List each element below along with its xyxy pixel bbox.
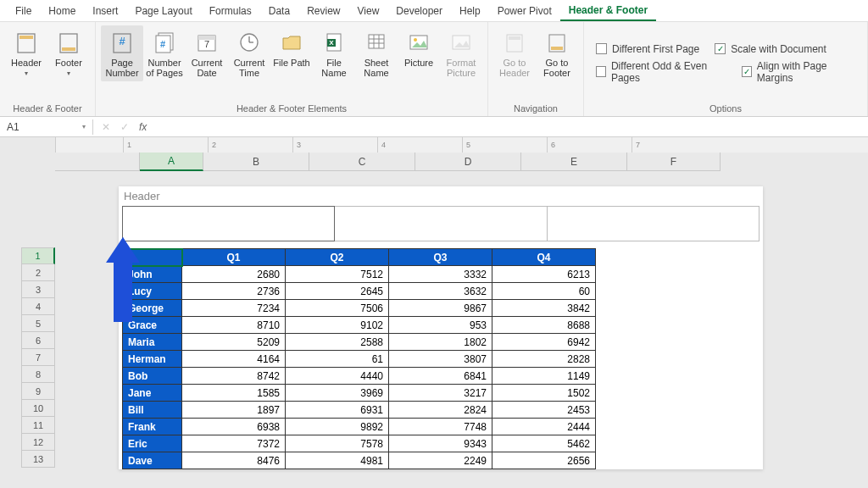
row-header[interactable]: 5 xyxy=(21,315,55,332)
cell-q2[interactable]: 7506 xyxy=(286,300,389,317)
menu-header-footer[interactable]: Header & Footer xyxy=(560,1,656,21)
cell-name[interactable]: Herman xyxy=(123,351,182,368)
header-center[interactable] xyxy=(335,206,547,241)
cell-q1[interactable]: 2736 xyxy=(182,283,286,300)
col-header-e[interactable]: E xyxy=(521,152,627,171)
cell-q2[interactable]: 7578 xyxy=(286,435,389,452)
current-time-button[interactable]: Current Time xyxy=(228,25,270,81)
checkbox-diff-first-page[interactable]: Different First Page xyxy=(596,43,699,55)
file-name-button[interactable]: X File Name xyxy=(313,25,355,81)
row-header[interactable]: 8 xyxy=(21,366,55,383)
footer-button[interactable]: Footer ▾ xyxy=(47,25,90,80)
col-header-a[interactable]: A xyxy=(140,152,203,171)
cell-q4[interactable]: 6942 xyxy=(492,334,596,351)
checkbox-align-page-margins[interactable]: ✓Align with Page Margins xyxy=(742,60,855,84)
menu-data[interactable]: Data xyxy=(260,2,298,20)
fx-icon[interactable]: fx xyxy=(139,121,147,133)
col-gutter[interactable] xyxy=(55,152,140,171)
col-header-c[interactable]: C xyxy=(309,152,415,171)
cell-q2[interactable]: 6931 xyxy=(286,402,389,419)
menu-developer[interactable]: Developer xyxy=(387,2,451,20)
cell-name[interactable]: Maria xyxy=(123,334,182,351)
cell-name[interactable]: John xyxy=(123,266,182,283)
row-header[interactable]: 3 xyxy=(21,281,55,298)
cell-name[interactable]: Frank xyxy=(123,419,182,435)
row-header[interactable]: 1 xyxy=(21,247,55,264)
cell-q4[interactable]: 2453 xyxy=(492,402,596,419)
cell-q1[interactable]: 8710 xyxy=(182,317,286,334)
cell-name[interactable]: Bill xyxy=(123,402,182,419)
cell-q3[interactable]: 3807 xyxy=(389,351,492,368)
menu-home[interactable]: Home xyxy=(40,2,84,20)
cell-q3[interactable]: 953 xyxy=(389,317,492,334)
cell-q2[interactable]: 4440 xyxy=(286,368,389,385)
cell-name[interactable]: Lucy xyxy=(123,283,182,300)
cell-q2[interactable]: 2645 xyxy=(286,283,389,300)
name-box[interactable]: A1▾ xyxy=(0,119,93,135)
cell-q1[interactable]: 8742 xyxy=(182,368,286,385)
cell-q3[interactable]: 6841 xyxy=(389,368,492,385)
cell-q1[interactable]: 7234 xyxy=(182,300,286,317)
cell-q4[interactable]: 2656 xyxy=(492,452,596,469)
cell-q2[interactable]: 9102 xyxy=(286,317,389,334)
row-header[interactable]: 7 xyxy=(21,349,55,366)
sheet-name-button[interactable]: Sheet Name xyxy=(355,25,398,81)
cell-q2[interactable]: 4981 xyxy=(286,452,389,469)
cell-q4[interactable]: 6213 xyxy=(492,266,596,283)
cell-q4[interactable]: 2444 xyxy=(492,419,596,435)
current-date-button[interactable]: 7 Current Date xyxy=(186,25,228,81)
menu-view[interactable]: View xyxy=(349,2,388,20)
cell-q2[interactable]: 7512 xyxy=(286,266,389,283)
cell-q1[interactable]: 6938 xyxy=(182,419,286,435)
cell-q4[interactable]: 2828 xyxy=(492,351,596,368)
cell-q3[interactable]: 9867 xyxy=(389,300,492,317)
cell-name[interactable]: Jane xyxy=(123,385,182,402)
header-right[interactable] xyxy=(548,206,760,241)
page-number-button[interactable]: # Page Number xyxy=(101,25,143,81)
cell-q1[interactable]: 5209 xyxy=(182,334,286,351)
checkbox-scale-with-document[interactable]: ✓Scale with Document xyxy=(715,43,826,55)
cell-q3[interactable]: 7748 xyxy=(389,419,492,435)
cell-q1[interactable]: 7372 xyxy=(182,435,286,452)
cell-q2[interactable]: 2588 xyxy=(286,334,389,351)
cell-name[interactable]: Eric xyxy=(123,435,182,452)
cell-name[interactable]: Bob xyxy=(123,368,182,385)
cell-q1[interactable]: 8476 xyxy=(182,452,286,469)
row-header[interactable]: 2 xyxy=(21,264,55,281)
cell-q3[interactable]: 1802 xyxy=(389,334,492,351)
cell-q4[interactable]: 1149 xyxy=(492,368,596,385)
picture-button[interactable]: Picture xyxy=(398,25,440,71)
menu-insert[interactable]: Insert xyxy=(84,2,126,20)
th-q3[interactable]: Q3 xyxy=(389,249,492,266)
row-header[interactable]: 6 xyxy=(21,332,55,349)
menu-file[interactable]: File xyxy=(7,2,40,20)
cell-q3[interactable]: 2249 xyxy=(389,452,492,469)
cell-q3[interactable]: 2824 xyxy=(389,402,492,419)
row-header[interactable]: 11 xyxy=(21,417,55,434)
cell-q3[interactable]: 3632 xyxy=(389,283,492,300)
cell-a1[interactable] xyxy=(123,249,182,266)
cell-name[interactable]: Dave xyxy=(123,452,182,469)
col-header-b[interactable]: B xyxy=(203,152,309,171)
row-header[interactable]: 10 xyxy=(21,400,55,417)
row-header[interactable]: 13 xyxy=(21,451,55,468)
menu-review[interactable]: Review xyxy=(298,2,348,20)
cell-name[interactable]: George xyxy=(123,300,182,317)
col-header-f[interactable]: F xyxy=(627,152,721,171)
col-header-d[interactable]: D xyxy=(415,152,521,171)
cell-q3[interactable]: 3217 xyxy=(389,385,492,402)
cell-q4[interactable]: 60 xyxy=(492,283,596,300)
cell-q2[interactable]: 9892 xyxy=(286,419,389,435)
header-button[interactable]: Header ▾ xyxy=(5,25,47,80)
cell-q4[interactable]: 5462 xyxy=(492,435,596,452)
file-path-button[interactable]: File Path xyxy=(270,25,313,71)
row-header[interactable]: 12 xyxy=(21,434,55,451)
row-header[interactable]: 9 xyxy=(21,383,55,400)
cell-q3[interactable]: 3332 xyxy=(389,266,492,283)
cell-q3[interactable]: 9343 xyxy=(389,435,492,452)
number-of-pages-button[interactable]: # Number of Pages xyxy=(143,25,186,81)
cell-name[interactable]: Grace xyxy=(123,317,182,334)
menu-power-pivot[interactable]: Power Pivot xyxy=(489,2,560,20)
menu-page-layout[interactable]: Page Layout xyxy=(126,2,200,20)
cell-q1[interactable]: 4164 xyxy=(182,351,286,368)
